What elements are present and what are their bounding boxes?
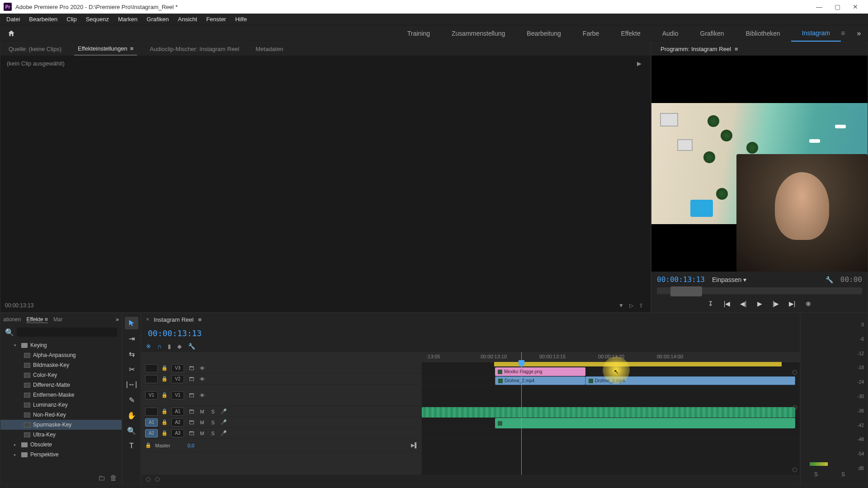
fx-alpha-anpassung[interactable]: Alpha-Anpassung xyxy=(0,350,122,360)
folder-perspektive[interactable]: ▸ Perspektive xyxy=(0,450,122,460)
automation-icon[interactable]: ▶▌ xyxy=(411,442,418,448)
scrub-handle[interactable] xyxy=(670,286,702,296)
tab-menu-icon[interactable]: ≡ xyxy=(130,45,134,52)
menu-hilfe[interactable]: Hilfe xyxy=(231,16,251,23)
program-menu-icon[interactable]: ≡ xyxy=(735,46,738,52)
clip-mexiko-flagge[interactable]: Mexiko Flagge.png xyxy=(495,367,585,376)
minimize-button[interactable]: — xyxy=(810,0,828,14)
filter-icon[interactable]: ▼ xyxy=(616,302,626,309)
export-frame-button[interactable]: ⊕ xyxy=(803,299,813,309)
settings-icon[interactable]: 🔧 xyxy=(188,343,195,350)
delete-icon[interactable]: 🗑 xyxy=(110,474,117,482)
tab-menu-icon[interactable]: ≡ xyxy=(45,316,48,323)
selection-tool[interactable] xyxy=(125,317,138,329)
twisty-icon[interactable]: ▸ xyxy=(14,452,19,457)
ws-audio[interactable]: Audio xyxy=(651,25,689,42)
track-v3-header[interactable]: 🔒 V3 🗔 👁 xyxy=(142,363,422,374)
tab-effekteinstellungen[interactable]: Effekteinstellungen≡ xyxy=(74,42,137,56)
pen-tool[interactable]: ✎ xyxy=(125,394,138,406)
tab-quelle[interactable]: Quelle: (keine Clips) xyxy=(5,42,65,56)
playhead[interactable] xyxy=(521,352,522,475)
ripple-edit-tool[interactable]: ⇆ xyxy=(125,347,138,360)
mute-button[interactable]: M xyxy=(198,409,206,414)
voice-icon[interactable]: 🎤 xyxy=(220,430,227,436)
razor-tool[interactable]: ✂ xyxy=(125,363,138,375)
hand-tool[interactable]: ✋ xyxy=(125,409,138,422)
track-a2-header[interactable]: A1🔒 A2 🗔 M S 🎤 xyxy=(142,417,422,428)
track-a3[interactable] xyxy=(422,429,800,440)
eye-icon[interactable]: 👁 xyxy=(198,376,206,382)
timeline-zoom-bar[interactable] xyxy=(142,475,800,484)
zoom-tool[interactable]: 🔍 xyxy=(125,424,138,437)
lock-icon[interactable]: 🔒 xyxy=(161,365,168,371)
expand-arrow-icon[interactable]: ▶ xyxy=(637,60,642,67)
menu-marken[interactable]: Marken xyxy=(113,16,142,23)
home-button[interactable] xyxy=(0,29,23,38)
track-select-tool[interactable]: ⇥ xyxy=(125,332,138,345)
track-a2[interactable] xyxy=(422,418,800,429)
zoom-handle-left[interactable] xyxy=(146,477,151,482)
sequence-menu-icon[interactable]: ≡ xyxy=(198,316,202,323)
track-master-header[interactable]: 🔒 Master 0,0 ▶▌ xyxy=(142,439,422,452)
fit-dropdown[interactable]: Einpassen ▾ xyxy=(712,276,746,283)
menu-bearbeiten[interactable]: Bearbeiten xyxy=(24,16,62,23)
ws-overflow[interactable]: » xyxy=(850,29,868,38)
menu-sequenz[interactable]: Sequenz xyxy=(81,16,113,23)
voice-icon[interactable]: 🎤 xyxy=(220,408,227,414)
ws-menu-icon[interactable]: ≡ xyxy=(841,29,850,38)
scroll-marker[interactable] xyxy=(793,370,797,375)
menu-clip[interactable]: Clip xyxy=(62,16,81,23)
mark-in-button[interactable]: ↧ xyxy=(706,299,716,309)
track-a1-header[interactable]: 🔒 A1 🗔 M S 🎤 xyxy=(142,406,422,417)
ws-grafiken[interactable]: Grafiken xyxy=(689,25,735,42)
marker-icon[interactable]: ◆ xyxy=(177,343,182,350)
clip-drohne-b[interactable]: Drohne_2.mp4 xyxy=(585,376,795,385)
play-button[interactable]: ▶ xyxy=(755,299,764,309)
tab-audioclip-mischer[interactable]: Audioclip-Mischer: Instagram Reel xyxy=(146,42,243,56)
export-icon[interactable]: ⇪ xyxy=(636,302,646,309)
fx-non-red-key[interactable]: Non-Red-Key xyxy=(0,410,122,420)
ws-bibliotheken[interactable]: Bibliotheken xyxy=(735,25,791,42)
toggle-output-icon[interactable]: 🗔 xyxy=(188,366,195,371)
clip-audio-a1[interactable] xyxy=(422,407,795,418)
twisty-icon[interactable]: ▸ xyxy=(14,442,19,447)
close-button[interactable]: ✕ xyxy=(846,0,864,14)
mark-out-button[interactable]: |◀ xyxy=(722,299,732,309)
ws-training[interactable]: Training xyxy=(396,25,441,42)
close-sequence-icon[interactable]: × xyxy=(146,316,149,323)
toggle-output-icon[interactable]: 🗔 xyxy=(188,393,195,398)
tabs-overflow[interactable]: » xyxy=(116,316,119,323)
scroll-marker[interactable] xyxy=(793,405,797,410)
ws-effekte[interactable]: Effekte xyxy=(610,25,651,42)
fx-entfernen-maske[interactable]: Entfernen-Maske xyxy=(0,390,122,400)
ws-farbe[interactable]: Farbe xyxy=(572,25,610,42)
add-marker-icon[interactable]: ▮ xyxy=(168,343,171,350)
program-monitor[interactable] xyxy=(651,56,868,272)
fx-bildmaske-key[interactable]: Bildmaske-Key xyxy=(0,360,122,370)
solo-button[interactable]: S xyxy=(209,431,217,436)
menu-datei[interactable]: Datei xyxy=(2,16,24,23)
scroll-marker[interactable] xyxy=(793,468,797,472)
sequence-title[interactable]: Instagram Reel xyxy=(154,316,193,323)
menu-fenster[interactable]: Fenster xyxy=(202,16,231,23)
timeline-timecode[interactable]: 00:00:13:13 xyxy=(148,328,202,338)
program-scrubber[interactable] xyxy=(657,287,862,294)
fx-spurmaske-key[interactable]: Spurmaske-Key xyxy=(0,420,122,430)
toggle-output-icon[interactable]: 🗔 xyxy=(188,409,195,414)
track-a3-header[interactable]: A2🔒 A3 🗔 M S 🎤 xyxy=(142,428,422,439)
menu-grafiken[interactable]: Grafiken xyxy=(142,16,173,23)
tab-effekte[interactable]: Effekte ≡ xyxy=(26,316,48,323)
lock-icon[interactable]: 🔒 xyxy=(161,376,168,382)
step-fwd-button[interactable]: |▶ xyxy=(771,299,781,309)
fx-color-key[interactable]: Color-Key xyxy=(0,370,122,380)
tab-metadaten[interactable]: Metadaten xyxy=(252,42,287,56)
track-v2-header[interactable]: 🔒 V2 🗔 👁 xyxy=(142,374,422,385)
clip-audio-a2[interactable] xyxy=(495,418,795,428)
solo-right[interactable]: S xyxy=(841,471,845,478)
search-input[interactable] xyxy=(17,328,117,337)
eye-icon[interactable]: 👁 xyxy=(198,366,206,371)
solo-button[interactable]: S xyxy=(209,420,217,425)
timeline-tracks[interactable]: :13:05 00:00:13:10 00:00:13:15 00:00:13:… xyxy=(422,352,800,475)
type-tool[interactable]: T xyxy=(125,440,138,452)
track-a1[interactable] xyxy=(422,407,800,418)
